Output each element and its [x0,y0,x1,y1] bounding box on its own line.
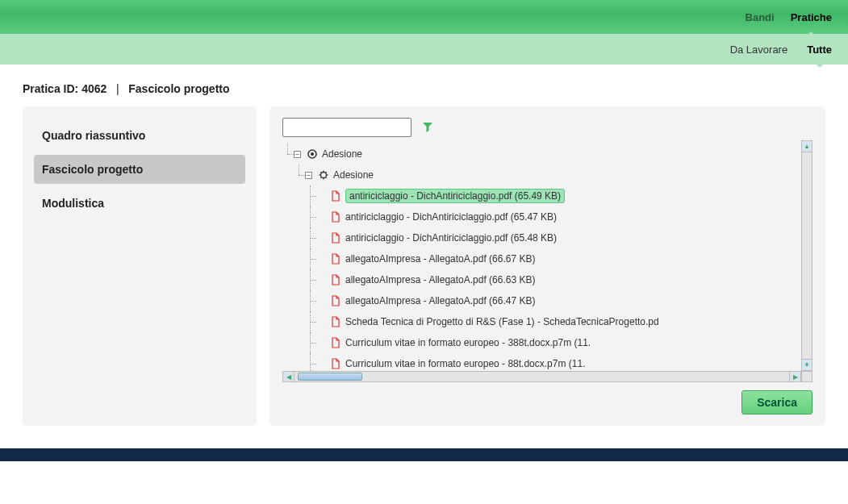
tree-file[interactable]: antiriciclaggio - DichAntiriciclaggio.pd… [282,206,801,227]
tree-root-label: Adesione [322,148,362,160]
tree-file-label: antiriciclaggio - DichAntiriciclaggio.pd… [345,211,557,223]
file-icon [329,273,342,286]
file-icon [329,315,342,328]
file-icon [329,210,342,223]
expander-icon[interactable]: − [294,151,301,158]
tree-file-label: allegatoAImpresa - AllegatoA.pdf (66.67 … [345,253,535,264]
expander-icon[interactable]: − [305,172,312,179]
tree-sub[interactable]: −Adesione [282,165,801,185]
gear-icon [317,169,330,181]
tree-file[interactable]: Scheda Tecnica di Progetto di R&S (Fase … [282,311,801,332]
sidebar-item-fascicolo[interactable]: Fascicolo progetto [34,155,245,184]
title-prefix: Pratica ID: [23,82,78,95]
tree-file[interactable]: antiriciclaggio - DichAntiriciclaggio.pd… [282,227,801,248]
scroll-right-icon[interactable]: ▶ [789,372,800,381]
svg-line-8 [325,177,326,177]
sub-nav: Da Lavorare Tutte [0,34,848,65]
target-icon [306,148,319,160]
top-nav: Bandi Pratiche [0,0,848,34]
tree-file[interactable]: allegatoAImpresa - AllegatoA.pdf (66.63 … [282,269,801,290]
file-icon [329,231,342,244]
svg-line-10 [325,172,326,173]
tree-file[interactable]: allegatoAImpresa - AllegatoA.pdf (66.67 … [282,248,801,269]
tree-file[interactable]: allegatoAImpresa - AllegatoA.pdf (66.47 … [282,290,801,311]
title-id: 4062 [81,82,107,95]
topnav-bandi[interactable]: Bandi [746,11,775,23]
tree-file-label: allegatoAImpresa - AllegatoA.pdf (66.47 … [345,295,535,306]
tree-sub-label: Adesione [333,169,374,181]
svg-line-7 [320,172,321,173]
filter-icon[interactable] [421,121,434,134]
title-section: Fascicolo progetto [128,82,229,95]
svg-line-9 [320,177,321,177]
vertical-scrollbar[interactable]: ▲ ▼ [801,140,812,371]
sidebar: Quadro riassuntivo Fascicolo progetto Mo… [23,106,257,426]
file-icon [329,294,342,307]
tree-file-label: Curriculum vitae in formato europeo - 88… [345,358,585,369]
file-icon [329,336,342,349]
file-icon [329,357,342,370]
scroll-down-icon[interactable]: ▼ [802,359,812,370]
main-panel: −Adesione−Adesioneantiriciclaggio - Dich… [269,106,825,426]
tree-container: −Adesione−Adesioneantiriciclaggio - Dich… [282,140,812,382]
tree-root[interactable]: −Adesione [282,144,801,165]
file-icon [329,252,342,265]
footer-bar [0,448,848,461]
subnav-da-lavorare[interactable]: Da Lavorare [730,44,788,56]
scroll-up-icon[interactable]: ▲ [802,141,812,152]
title-separator: | [116,82,119,95]
tree-file-label: antiriciclaggio - DichAntiriciclaggio.pd… [345,189,565,203]
scroll-left-icon[interactable]: ◀ [283,372,295,381]
tree-file-label: Scheda Tecnica di Progetto di R&S (Fase … [345,316,659,327]
tree-file-label: allegatoAImpresa - AllegatoA.pdf (66.63 … [345,274,535,285]
tree-file[interactable]: Curriculum vitae in formato europeo - 88… [282,353,801,371]
filter-input[interactable] [282,118,411,137]
page-title: Pratica ID: 4062 | Fascicolo progetto [0,65,848,106]
tree-file[interactable]: antiriciclaggio - DichAntiriciclaggio.pd… [282,185,801,206]
scroll-corner [801,371,812,382]
sidebar-item-quadro[interactable]: Quadro riassuntivo [34,121,245,150]
download-button[interactable]: Scarica [741,390,812,414]
svg-point-1 [311,152,314,156]
subnav-tutte[interactable]: Tutte [807,44,832,56]
sidebar-item-modulistica[interactable]: Modulistica [34,189,245,218]
tree-file-label: antiriciclaggio - DichAntiriciclaggio.pd… [345,232,557,244]
tree-file[interactable]: Curriculum vitae in formato europeo - 38… [282,332,801,353]
tree-file-label: Curriculum vitae in formato europeo - 38… [345,337,591,348]
scroll-thumb[interactable] [298,373,362,381]
topnav-pratiche[interactable]: Pratiche [791,11,832,23]
file-icon [329,190,342,202]
horizontal-scrollbar[interactable]: ◀ ▶ [282,371,801,382]
